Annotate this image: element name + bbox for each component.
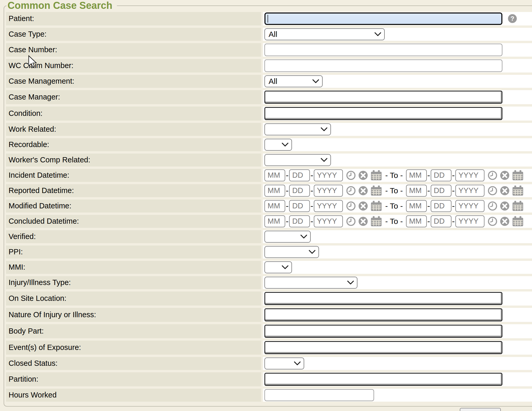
clock-icon[interactable] xyxy=(488,216,497,226)
modified_datetime-from-month-input[interactable] xyxy=(264,200,285,212)
modified_datetime-from-clock-button[interactable] xyxy=(346,201,356,211)
events_of_exposure-input[interactable] xyxy=(264,341,502,354)
modified_datetime-to-cal-button[interactable] xyxy=(512,200,524,211)
concluded_datetime-from-month-input[interactable] xyxy=(264,215,285,227)
clock-icon[interactable] xyxy=(346,170,356,180)
concluded_datetime-to-clock-button[interactable] xyxy=(488,216,497,226)
reported_datetime-to-clear-button[interactable] xyxy=(500,186,510,196)
help-button[interactable]: ? xyxy=(508,14,517,23)
body_part-input[interactable] xyxy=(264,325,502,338)
incident_datetime-to-day-input[interactable] xyxy=(431,169,451,181)
clear-x-icon[interactable] xyxy=(500,186,510,196)
concluded_datetime-to-day-input[interactable] xyxy=(431,215,451,227)
reported_datetime-from-month-input[interactable] xyxy=(264,185,285,197)
calendar-icon[interactable] xyxy=(512,170,524,181)
case_management-select[interactable]: All xyxy=(264,75,323,87)
concluded_datetime-to-clear-button[interactable] xyxy=(500,216,510,226)
clear-x-icon[interactable] xyxy=(358,216,368,226)
clear-x-icon[interactable] xyxy=(358,170,368,180)
hours_worked-input[interactable] xyxy=(264,389,374,401)
work_related-select[interactable] xyxy=(264,123,331,135)
clear-x-icon[interactable] xyxy=(500,170,510,180)
verified-select[interactable] xyxy=(264,231,311,243)
reported_datetime-from-day-input[interactable] xyxy=(289,185,310,197)
modified_datetime-from-cal-button[interactable] xyxy=(370,200,382,211)
incident_datetime-to-clock-button[interactable] xyxy=(488,170,497,180)
clock-icon[interactable] xyxy=(488,201,497,211)
reported_datetime-to-month-input[interactable] xyxy=(406,185,427,197)
incident_datetime-from-year-input[interactable] xyxy=(314,169,343,181)
reported_datetime-from-clear-button[interactable] xyxy=(358,186,368,196)
reported_datetime-to-clock-button[interactable] xyxy=(488,186,497,196)
clock-icon[interactable] xyxy=(346,216,356,226)
concluded_datetime-from-clock-button[interactable] xyxy=(346,216,356,226)
calendar-icon[interactable] xyxy=(370,216,382,227)
incident_datetime-from-cal-button[interactable] xyxy=(370,170,382,181)
modified_datetime-to-clock-button[interactable] xyxy=(488,201,497,211)
date-separator: - xyxy=(452,186,455,196)
concluded_datetime-to-year-input[interactable] xyxy=(455,215,484,227)
label-cell-case_manager: Case Manager: xyxy=(6,90,261,104)
clock-icon[interactable] xyxy=(488,170,497,180)
clear-x-icon[interactable] xyxy=(500,216,510,226)
incident_datetime-to-cal-button[interactable] xyxy=(512,170,524,181)
patient-input[interactable] xyxy=(264,12,502,25)
calendar-icon[interactable] xyxy=(512,200,524,211)
reported_datetime-from-cal-button[interactable] xyxy=(370,185,382,196)
calendar-icon[interactable] xyxy=(370,185,382,196)
modified_datetime-to-clear-button[interactable] xyxy=(500,201,510,211)
calendar-icon[interactable] xyxy=(370,170,382,181)
search-button[interactable]: Search xyxy=(460,408,501,411)
partition-input[interactable] xyxy=(264,373,502,386)
case_number-input[interactable] xyxy=(264,44,502,56)
mmi-select[interactable] xyxy=(264,261,292,273)
nature_of_injury_or_illness-input[interactable] xyxy=(264,308,502,321)
concluded_datetime-from-year-input[interactable] xyxy=(314,215,343,227)
modified_datetime-to-day-input[interactable] xyxy=(431,200,451,212)
clear-x-icon[interactable] xyxy=(500,201,510,211)
incident_datetime-from-clear-button[interactable] xyxy=(358,170,368,180)
injury_illness_type-select[interactable] xyxy=(264,277,357,289)
reported_datetime-from-year-input[interactable] xyxy=(314,185,343,197)
workers_comp_related-select[interactable] xyxy=(264,154,331,166)
question-mark-icon[interactable]: ? xyxy=(508,14,517,23)
concluded_datetime-to-cal-button[interactable] xyxy=(512,216,524,227)
clear-x-icon[interactable] xyxy=(358,186,368,196)
condition-input[interactable] xyxy=(264,107,502,120)
reported_datetime-to-day-input[interactable] xyxy=(431,185,451,197)
calendar-icon[interactable] xyxy=(512,185,524,196)
modified_datetime-to-month-input[interactable] xyxy=(406,200,427,212)
clock-icon[interactable] xyxy=(488,186,497,196)
modified_datetime-from-year-input[interactable] xyxy=(314,200,343,212)
concluded_datetime-to-month-input[interactable] xyxy=(406,215,427,227)
clear-x-icon[interactable] xyxy=(358,201,368,211)
case_type-select[interactable]: All xyxy=(264,28,385,40)
clock-icon[interactable] xyxy=(346,201,356,211)
reported_datetime-from-clock-button[interactable] xyxy=(346,186,356,196)
reported_datetime-to-year-input[interactable] xyxy=(455,185,484,197)
on_site_location-input[interactable] xyxy=(264,292,502,305)
incident_datetime-to-clear-button[interactable] xyxy=(500,170,510,180)
case_manager-input[interactable] xyxy=(264,91,502,104)
form-row-nature_of_injury_or_illness: Nature Of Injury or Illness: xyxy=(6,308,532,322)
incident_datetime-from-month-input[interactable] xyxy=(264,169,285,181)
modified_datetime-from-day-input[interactable] xyxy=(289,200,310,212)
clock-icon[interactable] xyxy=(346,186,356,196)
incident_datetime-to-year-input[interactable] xyxy=(455,169,484,181)
reported_datetime-to-cal-button[interactable] xyxy=(512,185,524,196)
closed_status-select[interactable] xyxy=(264,357,304,369)
wc_claim_number-input[interactable] xyxy=(264,59,502,72)
incident_datetime-to-month-input[interactable] xyxy=(406,169,427,181)
concluded_datetime-from-day-input[interactable] xyxy=(289,215,310,227)
concluded_datetime-from-cal-button[interactable] xyxy=(370,216,382,227)
calendar-icon[interactable] xyxy=(370,200,382,211)
modified_datetime-from-clear-button[interactable] xyxy=(358,201,368,211)
calendar-icon[interactable] xyxy=(512,216,524,227)
modified_datetime-to-year-input[interactable] xyxy=(455,200,484,212)
incident_datetime-from-clock-button[interactable] xyxy=(346,170,356,180)
incident_datetime-from-day-input[interactable] xyxy=(289,169,310,181)
ppi-select[interactable] xyxy=(264,246,319,258)
recordable-select[interactable] xyxy=(264,139,292,151)
label-cell-injury_illness_type: Injury/Illness Type: xyxy=(6,276,261,289)
concluded_datetime-from-clear-button[interactable] xyxy=(358,216,368,226)
